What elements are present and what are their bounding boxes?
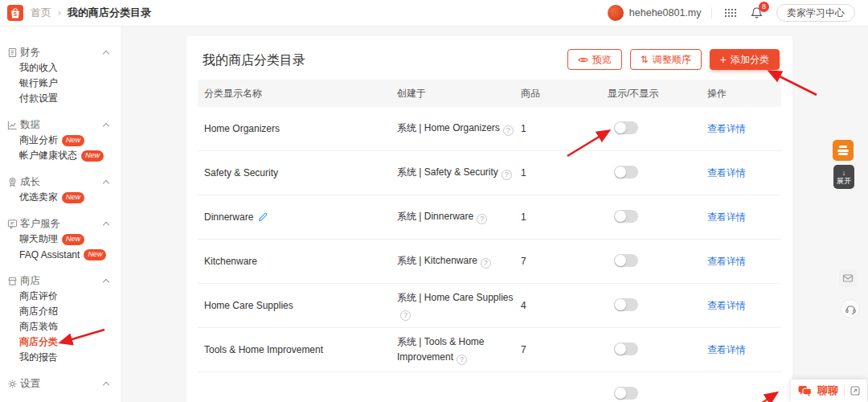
chevron-up-icon — [103, 381, 109, 388]
shopee-logo-icon[interactable]: S — [7, 5, 23, 21]
category-table: 分类显示名称 创建于 商品 显示/不显示 操作 Home Organizers … — [198, 80, 781, 402]
help-icon[interactable]: ? — [503, 125, 514, 136]
sidebar-item[interactable]: 商店分类 — [19, 334, 121, 350]
table-row: Dinnerware 系统 | Dinnerware? 1 查看详情 — [198, 195, 781, 240]
chevron-up-icon — [103, 122, 109, 129]
visibility-toggle[interactable] — [614, 254, 638, 267]
help-icon[interactable]: ? — [400, 310, 411, 321]
sidebar-item[interactable]: 商店评价 — [19, 289, 121, 304]
category-name: Kitchenware — [204, 256, 257, 267]
help-icon[interactable]: ? — [502, 170, 512, 180]
sidebar-section: 设置 — [0, 375, 121, 392]
notification-bell-icon[interactable]: 8 — [751, 6, 763, 19]
settings-icon — [6, 378, 18, 389]
category-name: Dinnerware — [204, 211, 253, 223]
sidebar-section-header[interactable]: 成长 — [0, 174, 121, 190]
view-details-link[interactable]: 查看详情 — [707, 344, 746, 355]
sidebar-item[interactable]: 付款设置 — [19, 91, 121, 106]
table-row: Safety & Security 系统 | Safety & Security… — [198, 151, 781, 195]
sidebar-item[interactable]: 聊天助理 New — [19, 232, 121, 247]
view-details-link[interactable]: 查看详情 — [707, 300, 746, 311]
sidebar-item[interactable]: 商店介绍 — [19, 304, 121, 319]
chat-bar[interactable]: 聊聊 — [791, 379, 867, 402]
down-arrow-icon: ↓ — [842, 169, 846, 177]
breadcrumb-home[interactable]: 首页 — [31, 6, 51, 20]
new-badge: New — [81, 150, 104, 162]
category-card: 我的商店分类目录 预览 ⇅ 调整顺序 + 添加分类 — [186, 36, 792, 402]
table-row: Home Organizers 系统 | Home Organizers? 1 … — [198, 107, 781, 151]
table-row — [198, 372, 781, 402]
sidebar-section-header[interactable]: 数据 — [0, 117, 121, 133]
sidebar-item[interactable]: 商店装饰 — [19, 319, 121, 334]
expand-widget[interactable]: ↓ 展开 — [833, 165, 854, 189]
support-headset-icon[interactable] — [841, 299, 860, 318]
sidebar-item[interactable]: 帐户健康状态 New — [19, 148, 121, 163]
new-badge: New — [62, 135, 84, 146]
sidebar-section-header[interactable]: 财务 — [0, 44, 121, 60]
table-row: Tools & Home Improvement 系统 | Tools & Ho… — [198, 328, 781, 372]
visibility-toggle[interactable] — [614, 343, 638, 355]
mail-widget-icon[interactable] — [839, 269, 857, 287]
chat-label: 聊聊 — [817, 384, 838, 398]
category-name: Tools & Home Improvement — [204, 344, 323, 355]
chevron-up-icon — [103, 221, 109, 228]
visibility-toggle[interactable] — [614, 121, 638, 134]
page-title: 我的商店分类目录 — [203, 52, 305, 69]
sidebar-item[interactable]: 我的报告 — [19, 350, 121, 365]
sidebar-section-header[interactable]: 设置 — [0, 375, 121, 392]
apps-grid-icon[interactable] — [725, 9, 737, 18]
sidebar-item[interactable]: 我的收入 — [19, 60, 121, 76]
reorder-button[interactable]: ⇅ 调整顺序 — [630, 49, 702, 70]
table-row: Kitchenware 系统 | Kitchenware? 7 查看详情 — [198, 240, 781, 284]
sidebar-item[interactable]: 商业分析 New — [19, 133, 121, 148]
sidebar-item[interactable]: FAQ Assistant New — [19, 247, 121, 262]
help-icon[interactable]: ? — [457, 355, 467, 365]
product-count: 1 — [521, 211, 608, 223]
visibility-toggle[interactable] — [614, 166, 638, 178]
product-count: 7 — [521, 256, 608, 267]
sidebar-section: 成长 优选卖家 New — [0, 174, 121, 205]
product-count: 7 — [521, 344, 608, 355]
add-category-button[interactable]: + 添加分类 — [710, 49, 780, 70]
growth-icon — [6, 176, 18, 187]
username[interactable]: hehehe0801.my — [629, 7, 702, 18]
seller-learning-center-button[interactable]: 卖家学习中心 — [776, 4, 855, 22]
sidebar: 财务 我的收入 银行账户 付款设置 数据 商业分析 New 帐户健康状态 New — [0, 27, 121, 402]
sidebar-section: 客户服务 聊天助理 New FAQ Assistant New — [0, 215, 121, 262]
visibility-toggle[interactable] — [614, 210, 638, 223]
category-name: Home Organizers — [204, 123, 280, 134]
product-count: 1 — [521, 167, 608, 178]
sidebar-section-header[interactable]: 客户服务 — [0, 215, 121, 232]
eye-icon — [578, 55, 588, 65]
user-avatar[interactable] — [608, 5, 624, 21]
view-details-link[interactable]: 查看详情 — [707, 123, 746, 134]
new-badge: New — [62, 234, 84, 245]
breadcrumb-current: 我的商店分类目录 — [68, 6, 151, 20]
customer-service-icon — [6, 218, 18, 229]
view-details-link[interactable]: 查看详情 — [707, 167, 746, 178]
divider — [844, 386, 845, 396]
top-bar: S 首页 › 我的商店分类目录 hehehe0801.my 8 卖家学习中心 — [0, 0, 868, 27]
edit-icon[interactable] — [258, 212, 268, 222]
promo-widget-icon[interactable] — [833, 140, 854, 161]
visibility-toggle[interactable] — [614, 387, 638, 400]
view-details-link[interactable]: 查看详情 — [707, 211, 746, 223]
popout-icon[interactable] — [850, 386, 860, 396]
sidebar-item[interactable]: 银行账户 — [19, 76, 121, 91]
category-name: Home Care Supplies — [204, 300, 293, 311]
main-content: 我的商店分类目录 预览 ⇅ 调整顺序 + 添加分类 — [121, 27, 868, 402]
sidebar-section: 数据 商业分析 New 帐户健康状态 New — [0, 117, 121, 163]
chevron-up-icon — [103, 179, 109, 186]
finance-icon — [6, 47, 18, 58]
chevron-up-icon — [103, 50, 109, 56]
category-name: Safety & Security — [204, 167, 278, 178]
view-details-link[interactable]: 查看详情 — [707, 256, 746, 267]
product-count: 4 — [521, 300, 608, 311]
help-icon[interactable]: ? — [481, 258, 491, 269]
sidebar-item[interactable]: 优选卖家 New — [19, 190, 121, 205]
svg-text:S: S — [14, 10, 18, 16]
preview-button[interactable]: 预览 — [567, 49, 622, 70]
visibility-toggle[interactable] — [614, 298, 638, 311]
sidebar-section-header[interactable]: 商店 — [0, 273, 121, 289]
help-icon[interactable]: ? — [477, 214, 487, 224]
